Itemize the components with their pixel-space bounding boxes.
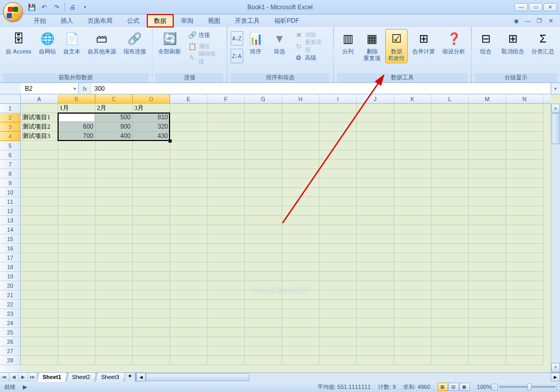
cell-B16[interactable]	[58, 244, 95, 253]
cell-H14[interactable]	[282, 225, 319, 234]
row-header-24[interactable]: 24	[0, 318, 21, 328]
cell-C1[interactable]: 2月	[95, 104, 133, 113]
cell-H16[interactable]	[282, 244, 319, 253]
row-header-6[interactable]: 6	[0, 150, 21, 160]
row-header-16[interactable]: 16	[0, 244, 21, 253]
undo-icon[interactable]: ↶	[39, 3, 49, 12]
cell-A19[interactable]	[21, 272, 58, 281]
cell-G14[interactable]	[245, 225, 282, 234]
cell-K6[interactable]	[394, 150, 431, 160]
cell-A16[interactable]	[21, 244, 58, 253]
cell-N26[interactable]	[506, 337, 543, 346]
cell-I2[interactable]	[319, 113, 357, 122]
cell-G8[interactable]	[245, 169, 282, 178]
doc-minimize-icon[interactable]: —	[524, 17, 532, 25]
cell-F20[interactable]	[207, 281, 245, 290]
formula-input[interactable]: 300	[91, 83, 551, 94]
sheet-tab-sheet1[interactable]: Sheet1	[37, 373, 67, 382]
cell-N13[interactable]	[506, 216, 543, 225]
row-header-23[interactable]: 23	[0, 309, 21, 318]
cell-D8[interactable]	[133, 169, 170, 178]
cell-E13[interactable]	[170, 216, 207, 225]
cell-N4[interactable]	[506, 132, 543, 141]
cell-I1[interactable]	[319, 104, 357, 113]
sort-asc-button[interactable]: A↓Z	[231, 31, 243, 46]
cell-L6[interactable]	[431, 150, 469, 160]
cell-C10[interactable]	[95, 188, 133, 197]
cell-F17[interactable]	[207, 253, 245, 262]
cell-I20[interactable]	[319, 281, 357, 290]
cell-F3[interactable]	[207, 122, 245, 132]
cell-K3[interactable]	[394, 122, 431, 132]
what-if-button[interactable]: ❓假设分析	[440, 29, 468, 57]
cell-C17[interactable]	[95, 253, 133, 262]
cell-C21[interactable]	[95, 290, 133, 300]
cell-E20[interactable]	[170, 281, 207, 290]
cell-M22[interactable]	[469, 300, 506, 309]
cell-K9[interactable]	[394, 178, 431, 188]
cell-C26[interactable]	[95, 337, 133, 346]
cell-G15[interactable]	[245, 234, 282, 244]
cell-K16[interactable]	[394, 244, 431, 253]
cells-area[interactable]: 1月2月3月测试项目1300500810测试项目2600900320测试项目37…	[21, 104, 551, 372]
cell-N9[interactable]	[506, 178, 543, 188]
cell-C16[interactable]	[95, 244, 133, 253]
cell-E3[interactable]	[170, 122, 207, 132]
sheet-tab-sheet3[interactable]: Sheet3	[96, 373, 125, 382]
cell-I3[interactable]	[319, 122, 357, 132]
row-header-8[interactable]: 8	[0, 169, 21, 178]
cell-L26[interactable]	[431, 337, 469, 346]
from-access-button[interactable]: 🗄自 Access	[3, 29, 34, 57]
cell-B27[interactable]	[58, 346, 95, 356]
col-header-A[interactable]: A	[21, 94, 58, 103]
cell-E25[interactable]	[170, 328, 207, 337]
sheet-nav-prev[interactable]: ◀	[9, 373, 19, 382]
cell-H11[interactable]	[282, 197, 319, 206]
cell-C8[interactable]	[95, 169, 133, 178]
cell-J14[interactable]	[357, 225, 394, 234]
col-header-K[interactable]: K	[394, 94, 431, 103]
cell-F9[interactable]	[207, 178, 245, 188]
cell-H23[interactable]	[282, 309, 319, 318]
group-button[interactable]: ⊟组合	[475, 29, 497, 57]
cell-A18[interactable]	[21, 262, 58, 272]
cell-K19[interactable]	[394, 272, 431, 281]
tab-data[interactable]: 数据	[147, 15, 173, 27]
cell-D17[interactable]	[133, 253, 170, 262]
hscroll-thumb[interactable]	[146, 373, 249, 381]
cell-H17[interactable]	[282, 253, 319, 262]
cell-M20[interactable]	[469, 281, 506, 290]
cell-E17[interactable]	[170, 253, 207, 262]
cell-K27[interactable]	[394, 346, 431, 356]
cell-F10[interactable]	[207, 188, 245, 197]
cell-L24[interactable]	[431, 318, 469, 328]
row-header-18[interactable]: 18	[0, 262, 21, 272]
cell-I22[interactable]	[319, 300, 357, 309]
cell-I6[interactable]	[319, 150, 357, 160]
cell-F19[interactable]	[207, 272, 245, 281]
cell-I17[interactable]	[319, 253, 357, 262]
cell-J13[interactable]	[357, 216, 394, 225]
formula-expand-icon[interactable]: ▾	[551, 83, 560, 94]
cell-E18[interactable]	[170, 262, 207, 272]
cell-F21[interactable]	[207, 290, 245, 300]
cell-M23[interactable]	[469, 309, 506, 318]
cell-D26[interactable]	[133, 337, 170, 346]
cell-A20[interactable]	[21, 281, 58, 290]
horizontal-scrollbar[interactable]: ◀ ▶	[135, 373, 560, 382]
cell-B18[interactable]	[58, 262, 95, 272]
cell-J4[interactable]	[357, 132, 394, 141]
cell-M25[interactable]	[469, 328, 506, 337]
cell-I7[interactable]	[319, 160, 357, 169]
cell-J20[interactable]	[357, 281, 394, 290]
cell-C20[interactable]	[95, 281, 133, 290]
cell-E12[interactable]	[170, 206, 207, 216]
cell-F11[interactable]	[207, 197, 245, 206]
from-web-button[interactable]: 🌐自网站	[36, 29, 59, 57]
cell-A21[interactable]	[21, 290, 58, 300]
cell-J17[interactable]	[357, 253, 394, 262]
cell-L16[interactable]	[431, 244, 469, 253]
cell-H10[interactable]	[282, 188, 319, 197]
cell-I23[interactable]	[319, 309, 357, 318]
cell-K12[interactable]	[394, 206, 431, 216]
